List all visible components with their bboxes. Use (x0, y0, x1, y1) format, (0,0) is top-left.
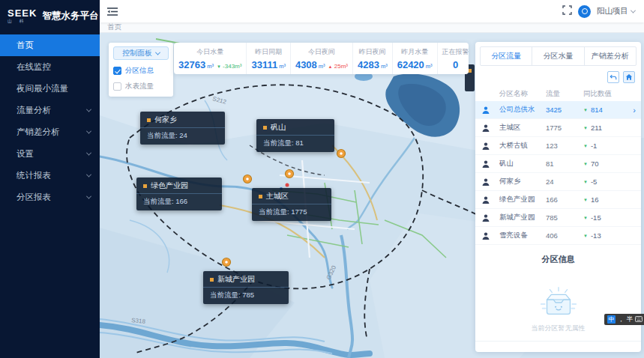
map-tooltip-green-park[interactable]: 绿色产业园 当前流量: 166 (136, 178, 222, 210)
row-delta: -5 (591, 178, 597, 186)
flow-label: 当前流量: (259, 207, 289, 216)
table-row[interactable]: 大桥古镇 123 ▼-1 (475, 137, 641, 155)
table-row[interactable]: 主城区 1775 ▼211 (475, 119, 641, 137)
sidebar-item-night-min-flow[interactable]: 夜间最小流量 (0, 78, 100, 100)
sidebar-item-label: 流量分析 (16, 105, 51, 116)
chevron-down-icon (155, 49, 160, 55)
stat-delta: -343m³ (223, 63, 241, 70)
chevron-down-icon (86, 194, 91, 199)
row-name: 绿色产业园 (499, 195, 546, 204)
flow-value: 81 (295, 139, 304, 147)
map-marker[interactable] (337, 150, 346, 158)
tab-nrw-analysis[interactable]: 产销差分析 (585, 47, 636, 65)
ime-width-toggle[interactable]: 半 (627, 315, 634, 324)
sidebar-item-flow-analysis[interactable]: 流量分析 (0, 100, 100, 121)
arrow-down-icon: ▼ (583, 180, 588, 184)
arrow-down-icon: ▼ (583, 216, 588, 220)
checkbox-zone-info[interactable]: 分区信息 (113, 66, 169, 76)
chevron-down-icon (86, 129, 91, 134)
map-marker[interactable] (223, 258, 231, 267)
chevron-down-icon (86, 107, 91, 112)
checkbox-meter-flow[interactable]: 水表流量 (113, 82, 169, 91)
tab-zone-volume[interactable]: 分区水量 (532, 47, 584, 65)
col-flow: 流量 (546, 89, 583, 99)
map-tooltip-main-city[interactable]: 主城区 当前流量: 1775 (252, 188, 331, 221)
alarm-dot (286, 183, 289, 187)
zone-name: 新城产业园 (217, 274, 255, 285)
ime-punctuation-toggle[interactable]: ， (618, 315, 625, 324)
table-row[interactable]: 绿色产业园 166 ▼16 (475, 191, 641, 209)
sidebar-item-label: 夜间最小流量 (16, 83, 68, 94)
empty-state: 当前分区暂无属性 (475, 286, 641, 333)
control-panel-button[interactable]: 控制面板 (113, 46, 169, 60)
user-menu[interactable]: 阳山项目 (597, 6, 635, 16)
sidebar-menu: 首页 在线监控 夜间最小流量 流量分析 产销差分析 设置 统计报表 分区报表 (0, 34, 100, 208)
flow-label: 当前流量: (210, 291, 241, 299)
zone-dot-icon (143, 184, 147, 188)
map-tooltip-fanshan[interactable]: 矾山 当前流量: 81 (256, 119, 334, 152)
chevron-down-icon (86, 151, 91, 156)
sidebar-item-home[interactable]: 首页 (0, 34, 100, 56)
stat-value: 4308 (295, 59, 317, 70)
sidebar-item-statistics-report[interactable]: 统计报表 (0, 165, 100, 186)
col-zone-name: 分区名称 (481, 89, 546, 99)
checkbox-label: 分区信息 (125, 66, 154, 76)
home-button[interactable] (623, 71, 635, 83)
row-flow: 166 (546, 195, 583, 204)
keyboard-icon[interactable] (635, 316, 643, 324)
zone-name: 主城区 (266, 191, 289, 201)
map-tooltip-new-city-park[interactable]: 新城产业园 当前流量: 785 (203, 271, 289, 304)
sidebar-item-online-monitor[interactable]: 在线监控 (0, 56, 100, 78)
row-name: 矾山 (499, 159, 546, 169)
fullscreen-icon[interactable] (562, 4, 572, 18)
stat-label: 昨月水量 (401, 47, 428, 57)
stat-value: 32763 (178, 59, 205, 70)
stat-label: 今日水量 (196, 47, 223, 57)
table-row[interactable]: 何家乡 24 ▼-5 (475, 173, 641, 191)
arrow-down-icon: ▼ (583, 162, 588, 166)
stat-unit: m³ (319, 63, 325, 70)
table-row[interactable]: 公司总供水 3425 ▼814 › (475, 101, 641, 119)
sidebar-item-nrw-analysis[interactable]: 产销差分析 (0, 121, 100, 143)
user-icon (481, 231, 499, 240)
map-marker[interactable] (244, 175, 252, 183)
tab-zone-flow[interactable]: 分区流量 (481, 47, 532, 65)
avatar[interactable] (578, 5, 591, 18)
stat-today-volume: 今日水量 32763 m³ ▼ -343m³ (174, 43, 247, 74)
breadcrumb[interactable]: 首页 (107, 22, 121, 32)
map-marker[interactable] (286, 170, 294, 178)
row-flow: 406 (546, 231, 583, 240)
arrow-up-icon: ▲ (328, 64, 333, 69)
row-delta: 211 (591, 124, 602, 132)
map-tooltip-hejiaxiang[interactable]: 何家乡 当前流量: 24 (140, 112, 225, 145)
avatar-logo-icon (582, 8, 588, 14)
back-button[interactable] (607, 71, 619, 83)
sidebar-item-zone-report[interactable]: 分区报表 (0, 186, 100, 208)
sidebar: SEEK 山 科 智慧水务平台 首页 在线监控 夜间最小流量 流量分析 产销差分… (0, 0, 100, 358)
app-window: G320 S212 S318 何家乡 当前流量: 24 矾山 (0, 0, 644, 358)
flow-label: 当前流量: (143, 197, 174, 205)
arrow-down-icon: ▼ (583, 144, 588, 148)
user-icon (481, 195, 499, 204)
zone-name: 绿色产业园 (151, 180, 188, 191)
table-row[interactable]: 新城产业园 785 ▼-15 (475, 209, 641, 227)
stat-value: 0 (453, 59, 458, 70)
flow-value: 166 (175, 197, 187, 205)
stat-value: 62420 (397, 59, 424, 70)
stat-value: 33111 (251, 59, 277, 70)
sidebar-item-label: 首页 (16, 40, 34, 51)
flow-value: 24 (179, 131, 187, 139)
table-row[interactable]: 矾山 81 ▼70 (475, 155, 641, 173)
stat-strip: 今日水量 32763 m³ ▼ -343m³ 昨日同期 33111 m³ 今日夜… (174, 43, 469, 74)
sidebar-item-settings[interactable]: 设置 (0, 143, 100, 165)
stat-value: 4283 (358, 59, 379, 70)
ime-language-toggle[interactable]: 中 (607, 315, 616, 324)
row-flow: 123 (546, 142, 583, 150)
arrow-down-icon: ▼ (583, 198, 588, 202)
table-row[interactable]: 雪亮设备 406 ▼-13 (475, 227, 641, 245)
flow-label: 当前流量: (147, 131, 178, 139)
checkbox-label: 水表流量 (125, 82, 154, 91)
sidebar-collapse-icon[interactable] (107, 7, 118, 16)
app-title: 智慧水务平台 (42, 10, 98, 22)
section-title: 分区信息 (475, 254, 641, 265)
